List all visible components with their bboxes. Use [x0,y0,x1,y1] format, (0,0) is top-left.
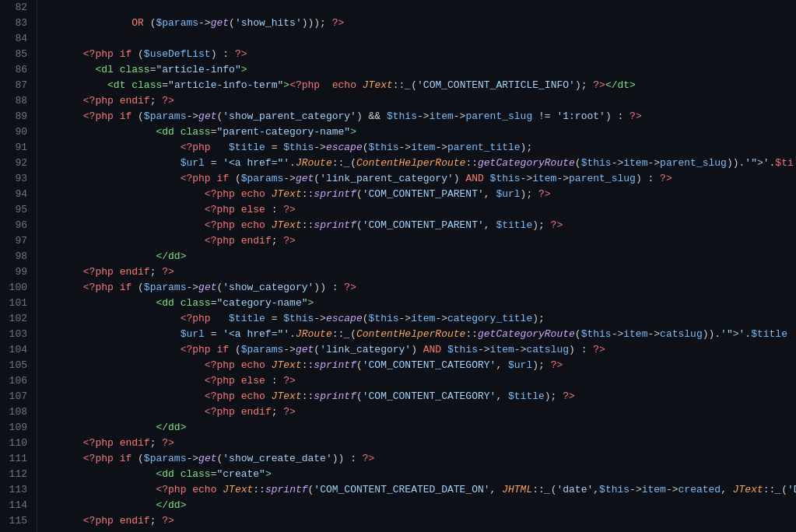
line-num-97: 97 [6,233,27,249]
line-num-105: 105 [6,358,27,373]
line-num-107: 107 [6,389,27,404]
line-num-98: 98 [6,249,27,264]
line-num-108: 108 [6,404,27,420]
line-num-112: 112 [6,467,27,482]
line-num-89: 89 [6,109,27,124]
code-editor: 82 83 84 85 86 87 88 89 90 91 92 93 94 9… [0,0,796,532]
line-num-91: 91 [6,140,27,156]
line-num-106: 106 [6,373,27,389]
code-content[interactable]: OR ($params->get('show_hits'))); ?> <?ph… [37,0,796,532]
line-num-86: 86 [6,62,27,78]
line-num-111: 111 [6,451,27,467]
line-num-104: 104 [6,342,27,358]
line-num-110: 110 [6,436,27,451]
line-num-114: 114 [6,498,27,513]
code-line-84: <?php if ($useDefList) : ?> [47,31,796,47]
line-numbers: 82 83 84 85 86 87 88 89 90 91 92 93 94 9… [0,0,37,532]
line-num-84: 84 [6,31,27,47]
line-num-100: 100 [6,280,27,296]
line-num-109: 109 [6,420,27,436]
code-line-82: OR ($params->get('show_hits'))); ?> [47,0,796,16]
line-num-116: 116 [6,529,27,532]
line-num-85: 85 [6,47,27,62]
line-num-102: 102 [6,311,27,327]
line-num-94: 94 [6,187,27,202]
line-num-92: 92 [6,156,27,171]
line-num-99: 99 [6,264,27,280]
line-num-87: 87 [6,78,27,93]
line-num-83: 83 [6,16,27,31]
line-num-95: 95 [6,202,27,218]
line-num-96: 96 [6,218,27,233]
line-num-113: 113 [6,482,27,498]
line-num-103: 103 [6,327,27,342]
line-num-82: 82 [6,0,27,16]
line-num-115: 115 [6,513,27,529]
line-num-93: 93 [6,171,27,187]
line-num-88: 88 [6,93,27,109]
line-num-101: 101 [6,296,27,311]
line-num-90: 90 [6,124,27,140]
